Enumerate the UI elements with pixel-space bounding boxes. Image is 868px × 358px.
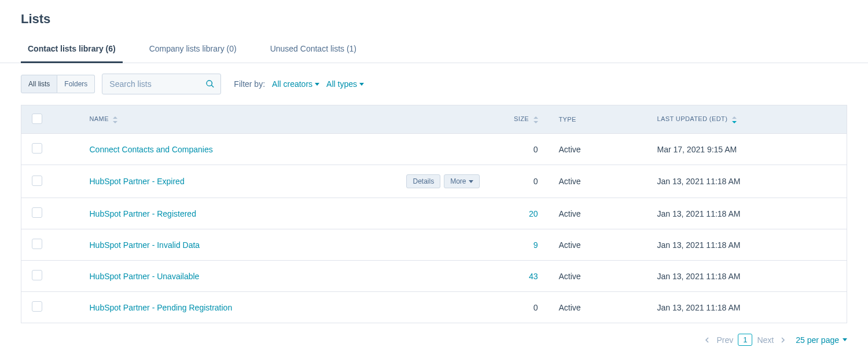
filter-types-label: All types (326, 79, 357, 89)
caret-down-icon (469, 180, 473, 183)
size-value: 0 (534, 177, 538, 186)
sort-icon (534, 116, 538, 123)
column-header-size-label: Size (514, 115, 529, 122)
view-all-lists-button[interactable]: All lists (21, 75, 57, 93)
last-updated-value: Jan 13, 2021 11:18 AM (650, 229, 847, 261)
type-value: Active (552, 198, 650, 229)
list-name-link[interactable]: Connect Contacts and Companies (90, 145, 213, 154)
filter-types-dropdown[interactable]: All types (326, 79, 364, 89)
sort-icon (113, 116, 117, 123)
search-input-wrap (102, 74, 221, 94)
per-page-dropdown[interactable]: 25 per page (796, 335, 847, 345)
type-value: Active (552, 134, 650, 165)
row-checkbox[interactable] (32, 270, 42, 280)
table-row: Connect Contacts and Companies0ActiveMar… (21, 134, 847, 165)
more-button-label: More (450, 177, 466, 185)
row-checkbox[interactable] (32, 207, 42, 218)
type-value: Active (552, 292, 650, 323)
tab-contact-lists[interactable]: Contact lists library (6) (21, 37, 123, 63)
filter-creators-label: All creators (272, 79, 312, 89)
tab-unused-lists[interactable]: Unused Contact lists (1) (263, 37, 363, 63)
last-updated-value: Jan 13, 2021 11:18 AM (650, 261, 847, 292)
list-name-link[interactable]: HubSpot Partner - Unavailable (90, 272, 200, 281)
select-all-checkbox[interactable] (32, 114, 42, 124)
size-value[interactable]: 43 (529, 272, 538, 281)
sort-icon (732, 116, 737, 123)
search-icon[interactable] (205, 79, 215, 89)
list-name-link[interactable]: HubSpot Partner - Registered (90, 209, 196, 218)
column-header-type[interactable]: Type (552, 105, 650, 134)
last-updated-value: Jan 13, 2021 11:18 AM (650, 165, 847, 198)
row-checkbox[interactable] (32, 176, 42, 186)
row-checkbox[interactable] (32, 239, 42, 249)
list-name-link[interactable]: HubSpot Partner - Invalid Data (90, 240, 200, 250)
row-checkbox[interactable] (32, 143, 42, 154)
size-value[interactable]: 9 (534, 240, 538, 250)
list-name-link[interactable]: HubSpot Partner - Expired (90, 177, 185, 186)
pagination-next[interactable]: Next (757, 335, 774, 345)
lists-table: Name Size Type Last Updated (EDT) Connec… (21, 105, 847, 323)
table-row: HubSpot Partner - Pending Registration0A… (21, 292, 847, 323)
pagination-current-page[interactable]: 1 (738, 334, 752, 346)
column-header-type-label: Type (559, 116, 576, 123)
caret-down-icon (843, 338, 847, 341)
last-updated-value: Mar 17, 2021 9:15 AM (650, 134, 847, 165)
type-value: Active (552, 261, 650, 292)
toolbar: All lists Folders Filter by: All creator… (21, 63, 847, 105)
pagination-prev[interactable]: Prev (716, 335, 733, 345)
column-header-name[interactable]: Name (53, 105, 497, 134)
column-header-last-updated-label: Last Updated (EDT) (657, 115, 728, 122)
size-value[interactable]: 20 (529, 209, 538, 218)
details-button[interactable]: Details (406, 174, 440, 188)
type-value: Active (552, 165, 650, 198)
tab-company-lists[interactable]: Company lists library (0) (142, 37, 244, 63)
size-value: 0 (534, 145, 538, 154)
table-row: HubSpot Partner - ExpiredDetailsMore0Act… (21, 165, 847, 198)
filter-by-label: Filter by: (234, 79, 265, 89)
table-row: HubSpot Partner - Unavailable43ActiveJan… (21, 261, 847, 292)
table-row: HubSpot Partner - Registered20ActiveJan … (21, 198, 847, 229)
view-toggle: All lists Folders (21, 75, 95, 93)
tabs: Contact lists library (6) Company lists … (0, 37, 868, 63)
column-header-last-updated[interactable]: Last Updated (EDT) (650, 105, 847, 134)
table-row: HubSpot Partner - Invalid Data9ActiveJan… (21, 229, 847, 261)
caret-down-icon (315, 83, 319, 86)
chevron-right-icon[interactable] (778, 335, 788, 345)
column-header-name-label: Name (90, 115, 109, 122)
last-updated-value: Jan 13, 2021 11:18 AM (650, 292, 847, 323)
pagination: Prev 1 Next 25 per page (21, 323, 847, 358)
size-value: 0 (534, 303, 538, 312)
page-title: Lists (21, 12, 847, 27)
type-value: Active (552, 229, 650, 261)
caret-down-icon (359, 83, 364, 86)
view-folders-button[interactable]: Folders (57, 75, 95, 93)
list-name-link[interactable]: HubSpot Partner - Pending Registration (90, 303, 233, 312)
chevron-left-icon[interactable] (703, 335, 712, 345)
row-checkbox[interactable] (32, 301, 42, 312)
column-header-size[interactable]: Size (497, 105, 552, 134)
more-button[interactable]: More (444, 174, 479, 188)
search-input[interactable] (109, 79, 205, 89)
last-updated-value: Jan 13, 2021 11:18 AM (650, 198, 847, 229)
filter-creators-dropdown[interactable]: All creators (272, 79, 319, 89)
per-page-label: 25 per page (796, 335, 839, 345)
